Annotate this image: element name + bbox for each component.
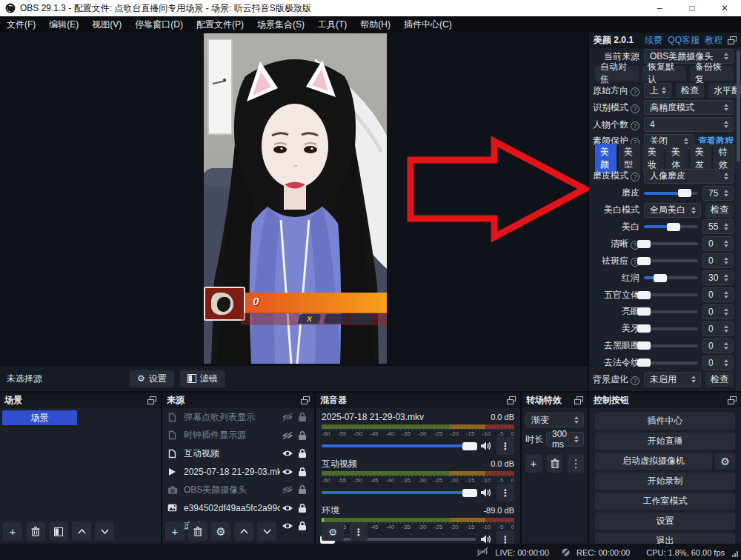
face-3d-value[interactable]: 0 (702, 287, 734, 302)
source-filters-button[interactable]: 滤镜 (180, 370, 225, 387)
blemish-value[interactable]: 0 (702, 253, 734, 268)
lock-toggle[interactable] (295, 430, 310, 441)
nasolabial-slider[interactable] (644, 361, 698, 364)
add-source-button[interactable]: + (165, 522, 185, 541)
beauty-scrollbar[interactable] (737, 49, 740, 390)
bright-eyes-value[interactable]: 0 (702, 304, 734, 319)
visibility-toggle-visible[interactable] (280, 521, 295, 530)
remove-transition-button[interactable] (547, 454, 563, 473)
blemish-slider[interactable] (644, 259, 698, 262)
lock-toggle[interactable] (295, 484, 310, 495)
transition-menu-button[interactable]: ⋮ (568, 454, 584, 473)
remove-source-button[interactable] (188, 522, 207, 541)
bg-blur-select[interactable]: 未启用 (644, 372, 701, 387)
maximize-button[interactable]: □ (676, 0, 708, 16)
help-icon[interactable]: ? (631, 376, 639, 385)
lock-toggle[interactable] (295, 448, 310, 459)
popout-icon[interactable] (728, 36, 737, 44)
visibility-toggle-hidden[interactable] (280, 485, 295, 494)
scene-item-selected[interactable]: 场景 (2, 410, 77, 425)
popout-icon[interactable] (574, 396, 583, 404)
menu-plugin-center[interactable]: 插件中心(C) (397, 16, 459, 33)
advanced-audio-button[interactable]: ⚙ (322, 523, 344, 541)
rosy-value[interactable]: 30 (702, 270, 734, 285)
nasolabial-value[interactable]: 0 (702, 356, 734, 370)
add-transition-button[interactable]: + (525, 454, 542, 473)
minimize-button[interactable]: – (643, 0, 676, 16)
whiten-mode-select[interactable]: 全局美白 (644, 203, 701, 218)
lock-toggle[interactable] (295, 412, 310, 422)
whiten-value[interactable]: 55 (702, 219, 734, 234)
virtual-camera-settings-button[interactable]: ⚙ (715, 453, 735, 470)
speaker-icon[interactable] (480, 534, 492, 544)
smooth-value[interactable]: 75 (702, 186, 734, 201)
plugin-center-button[interactable]: 插件中心 (595, 413, 735, 430)
help-icon[interactable]: ? (631, 121, 639, 130)
menu-help[interactable]: 帮助(H) (353, 16, 397, 33)
scene-filters-button[interactable] (49, 522, 68, 541)
studio-mode-button[interactable]: 工作室模式 (595, 493, 735, 510)
help-icon[interactable]: ? (631, 87, 639, 96)
volume-slider[interactable] (322, 444, 476, 447)
help-icon[interactable]: ? (631, 173, 639, 181)
orientation-select[interactable]: 上 (644, 83, 671, 98)
orientation-check-button[interactable]: 检查 (676, 83, 704, 98)
speaker-icon[interactable] (480, 441, 492, 451)
channel-menu-button[interactable]: ⋮ (496, 484, 514, 501)
popout-icon[interactable] (507, 396, 516, 404)
visibility-toggle-hidden[interactable] (280, 431, 295, 440)
preview-area[interactable]: 0 X (0, 33, 588, 365)
menu-scene-collection[interactable]: 场景集合(S) (250, 16, 311, 33)
qq-support-link[interactable]: QQ客服 (668, 34, 700, 47)
source-row[interactable]: 2025-07-18 21-29-03.mkv (162, 463, 314, 481)
person-count-input[interactable]: 4 (644, 117, 734, 132)
lock-toggle[interactable] (295, 521, 310, 531)
channel-menu-button[interactable]: ⋮ (496, 437, 514, 455)
menu-edit[interactable]: 编辑(E) (42, 16, 85, 33)
teeth-slider[interactable] (644, 327, 698, 330)
menu-tools[interactable]: 工具(T) (311, 16, 353, 33)
whiten-slider[interactable] (644, 225, 698, 228)
smooth-mode-select[interactable]: 人像磨皮 (644, 169, 734, 184)
renew-link[interactable]: 续费 (645, 34, 662, 47)
settings-button[interactable]: 设置 (595, 513, 735, 530)
source-row[interactable]: 互动视频 (162, 444, 314, 463)
popout-icon[interactable] (728, 396, 737, 404)
tutorial-link[interactable]: 教程 (705, 34, 722, 47)
restore-defaults-button[interactable]: 恢复默认 (642, 66, 686, 81)
duration-input[interactable]: 300 ms (546, 432, 584, 447)
visibility-toggle-visible[interactable] (280, 467, 295, 476)
visibility-toggle-visible[interactable] (280, 449, 295, 458)
scrollbar-thumb[interactable] (737, 50, 740, 161)
speaker-icon[interactable] (480, 487, 492, 498)
smooth-slider[interactable] (644, 192, 698, 195)
menu-view[interactable]: 视图(V) (85, 16, 128, 33)
menu-file[interactable]: 文件(F) (0, 16, 42, 33)
start-recording-button[interactable]: 开始录制 (595, 473, 735, 490)
source-row[interactable]: OBS美颜摄像头 (162, 481, 314, 499)
autofocus-button[interactable]: 自动对焦 (595, 66, 639, 81)
mixer-menu-button[interactable]: ⋮ (350, 523, 368, 541)
source-settings-button[interactable]: ⚙ 设置 (130, 370, 174, 387)
source-row[interactable]: 弹幕点歌列表显示 (162, 408, 314, 427)
bg-blur-check-button[interactable]: 检查 (705, 372, 734, 387)
move-source-down-button[interactable] (257, 522, 276, 541)
volume-slider[interactable] (322, 491, 476, 494)
menu-profile[interactable]: 配置文件(P) (190, 16, 250, 33)
source-row[interactable]: e394502df49aa5fc2a99cd2e7c (162, 499, 314, 518)
detect-mode-select[interactable]: 高精度模式 (644, 100, 734, 115)
close-button[interactable]: ✕ (708, 0, 741, 16)
move-scene-down-button[interactable] (95, 522, 114, 541)
transition-select[interactable]: 渐变 (525, 413, 584, 427)
backup-restore-button[interactable]: 备份恢复 (690, 66, 734, 81)
move-scene-up-button[interactable] (72, 522, 91, 541)
source-row[interactable]: 时钟插件显示源 (162, 427, 314, 445)
teeth-value[interactable]: 0 (702, 321, 734, 336)
start-streaming-button[interactable]: 开始直播 (595, 433, 735, 450)
remove-scene-button[interactable] (26, 522, 45, 541)
menu-docks[interactable]: 停靠窗口(D) (128, 16, 190, 33)
help-icon[interactable]: ? (631, 104, 639, 113)
whiten-check-button[interactable]: 检查 (705, 203, 734, 218)
face-3d-slider[interactable] (644, 293, 698, 296)
popout-icon[interactable] (301, 396, 310, 404)
